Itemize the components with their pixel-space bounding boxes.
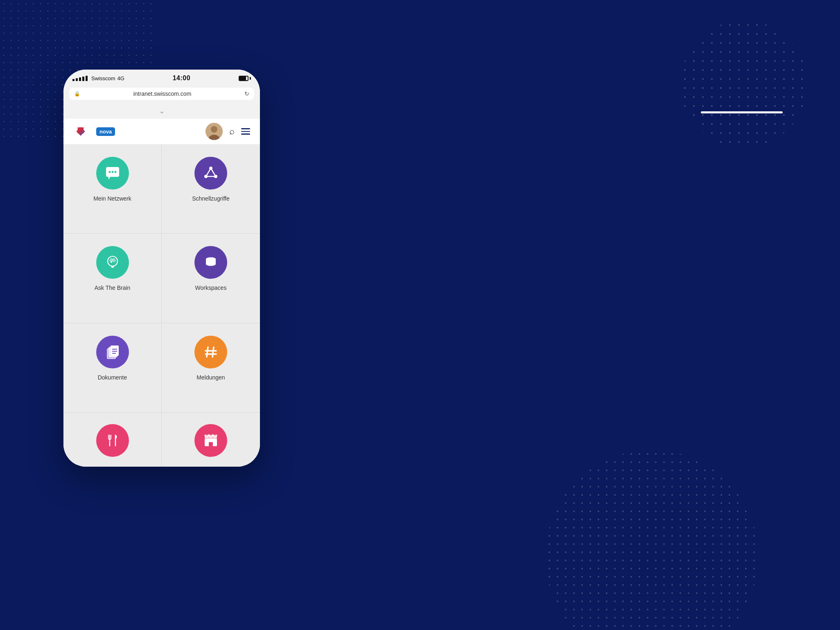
svg-point-16: [111, 261, 112, 263]
app-cell-workspaces[interactable]: Workspaces: [162, 234, 260, 323]
search-icon[interactable]: ⌕: [229, 126, 235, 137]
nav-bar: nova ⌕: [63, 119, 260, 145]
swipe-indicator: ⌄: [63, 104, 260, 119]
svg-line-11: [206, 168, 211, 176]
shop-icon-circle: [194, 424, 227, 457]
svg-rect-15: [111, 266, 114, 268]
chat-icon: [104, 165, 121, 181]
signal-dot-3: [79, 77, 81, 81]
partial-cell-shop[interactable]: [162, 413, 260, 467]
schnellzugriffe-icon-circle: [194, 157, 227, 190]
white-line-accent: [701, 111, 783, 113]
svg-point-7: [114, 171, 116, 173]
battery-body: [239, 76, 248, 81]
battery-indicator: [239, 76, 251, 81]
swisscom-arrow-icon: [73, 124, 88, 139]
url-bar[interactable]: 🔒 intranet.swisscom.com ↻: [69, 88, 254, 100]
avatar-image: [205, 123, 223, 140]
mein-netzwerk-label: Mein Netzwerk: [93, 195, 131, 202]
phone-frame: Swisscom 4G 14:00 🔒 intranet.swisscom.co…: [63, 70, 260, 467]
svg-point-6: [111, 171, 113, 173]
svg-point-5: [108, 171, 111, 173]
carrier-name: Swisscom: [91, 75, 115, 81]
workspaces-icon-circle: [194, 246, 227, 279]
food-icon-circle: [96, 424, 129, 457]
database-icon: [203, 254, 219, 271]
app-cell-mein-netzwerk[interactable]: Mein Netzwerk: [63, 145, 162, 234]
app-cell-dokumente[interactable]: Dokumente: [63, 323, 162, 413]
battery-tip: [250, 77, 251, 80]
svg-line-29: [207, 347, 208, 357]
food-icon: [104, 432, 121, 449]
grid-anchor-icon: [203, 165, 219, 181]
ask-the-brain-icon-circle: [96, 246, 129, 279]
app-grid: Mein Netzwerk Schnellzug: [63, 145, 260, 413]
dokumente-label: Dokumente: [98, 374, 127, 381]
url-text[interactable]: intranet.swisscom.com: [83, 90, 242, 97]
meldungen-icon-circle: [194, 336, 227, 368]
refresh-icon[interactable]: ↻: [244, 90, 249, 97]
nova-badge: nova: [96, 127, 115, 136]
meldungen-label: Meldungen: [196, 374, 225, 381]
svg-line-12: [211, 168, 216, 176]
mein-netzwerk-icon-circle: [96, 157, 129, 190]
time-display: 14:00: [173, 75, 190, 82]
app-cell-schnellzugriffe[interactable]: Schnellzugriffe: [162, 145, 260, 234]
svg-line-30: [212, 347, 214, 357]
svg-point-22: [206, 262, 216, 266]
svg-point-17: [113, 262, 114, 262]
svg-point-1: [211, 126, 217, 133]
chevron-down-icon: ⌄: [159, 106, 165, 115]
svg-rect-25: [111, 345, 119, 356]
status-bar: Swisscom 4G 14:00: [63, 70, 260, 85]
avatar[interactable]: [205, 123, 223, 140]
signal-dot-2: [76, 78, 78, 81]
status-left: Swisscom 4G: [72, 75, 124, 81]
signal-dot-5: [86, 76, 88, 81]
partial-cell-food[interactable]: [63, 413, 162, 467]
workspaces-label: Workspaces: [195, 285, 227, 291]
documents-icon: [104, 344, 121, 360]
signal-dot-4: [82, 77, 84, 81]
hash-icon: [203, 344, 219, 360]
bg-dots-bottomright: [545, 450, 758, 630]
svg-rect-39: [209, 442, 213, 446]
phone-mockup: Swisscom 4G 14:00 🔒 intranet.swisscom.co…: [63, 70, 260, 479]
dokumente-icon-circle: [96, 336, 129, 368]
schnellzugriffe-label: Schnellzugriffe: [192, 195, 230, 202]
url-bar-container: 🔒 intranet.swisscom.com ↻: [63, 85, 260, 104]
swisscom-logo: [73, 124, 88, 139]
battery-fill: [239, 77, 246, 80]
signal-dots: [72, 76, 88, 81]
ask-the-brain-label: Ask The Brain: [95, 285, 131, 291]
app-cell-meldungen[interactable]: Meldungen: [162, 323, 260, 413]
lock-icon: 🔒: [74, 91, 80, 97]
menu-icon[interactable]: [241, 128, 250, 135]
signal-dot-1: [72, 79, 75, 81]
network-type: 4G: [117, 75, 124, 81]
partial-bottom-row: [63, 413, 260, 467]
bg-dots-circle: [680, 20, 807, 147]
brain-icon: [104, 254, 121, 271]
shop-icon: [203, 432, 219, 449]
app-cell-ask-the-brain[interactable]: Ask The Brain: [63, 234, 162, 323]
